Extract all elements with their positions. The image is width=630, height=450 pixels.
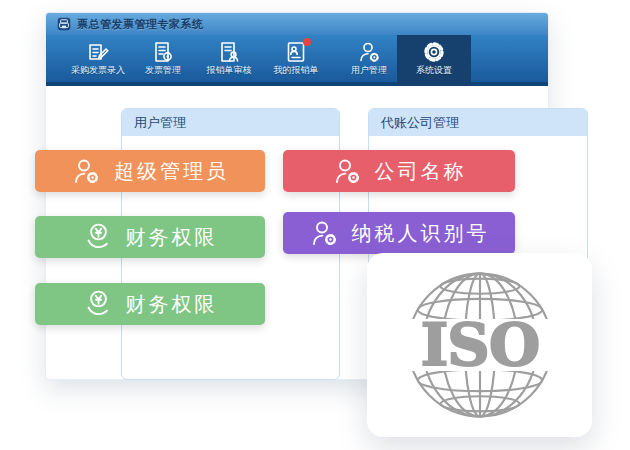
- hand-coin-icon: [83, 289, 113, 319]
- panel-title: 用户管理: [122, 109, 339, 136]
- toolbar-item-my-expense-reports[interactable]: 我的报销单: [259, 35, 333, 86]
- button-label: 财务权限: [126, 291, 218, 318]
- panel-title: 代账公司管理: [369, 109, 587, 136]
- main-toolbar: 采购发票录入 发票管理 报销单审核: [46, 35, 548, 86]
- toolbar-item-label: 发票管理: [126, 65, 200, 75]
- window-title: 票总管发票管理专家系统: [77, 17, 204, 32]
- hand-coin-icon: [83, 222, 113, 252]
- button-label: 财务权限: [126, 224, 218, 251]
- toolbar-item-label: 系统设置: [397, 65, 471, 75]
- iso-logo-text: ISO: [420, 310, 539, 379]
- role-finance-permission-button[interactable]: 财务权限: [35, 216, 265, 258]
- toolbar-item-label: 我的报销单: [259, 65, 333, 75]
- window-titlebar: 票总管发票管理专家系统: [46, 13, 548, 35]
- toolbar-item-expense-review[interactable]: 报销单审核: [192, 35, 266, 86]
- toolbar-item-invoice-management[interactable]: 发票管理: [126, 35, 200, 86]
- notification-badge: [303, 38, 311, 46]
- role-super-admin-button[interactable]: 超级管理员: [35, 150, 265, 192]
- user-gear-icon: [332, 156, 362, 186]
- field-company-name-button[interactable]: 公司名称: [283, 150, 515, 192]
- iso-certification-card: ISO: [367, 253, 592, 437]
- button-label: 纳税人识别号: [352, 220, 490, 247]
- toolbar-item-label: 用户管理: [332, 65, 406, 75]
- user-gear-icon: [71, 156, 101, 186]
- document-user-icon: [217, 40, 241, 64]
- button-label: 公司名称: [375, 158, 467, 185]
- page: 票总管发票管理专家系统 采购发票录入: [0, 0, 630, 450]
- toolbar-item-label: 采购发票录入: [61, 65, 135, 75]
- user-gear-icon: [357, 40, 381, 64]
- gear-icon: [422, 40, 446, 64]
- toolbar-item-purchase-invoice-entry[interactable]: 采购发票录入: [61, 35, 135, 86]
- toolbar-item-system-settings[interactable]: 系统设置: [397, 35, 471, 86]
- button-label: 超级管理员: [114, 158, 229, 185]
- document-edit-icon: [86, 40, 110, 64]
- iso-globe-logo: ISO: [396, 261, 564, 429]
- field-taxpayer-id-button[interactable]: 纳税人识别号: [283, 212, 515, 254]
- app-logo-icon: [57, 17, 71, 31]
- id-card-icon: [284, 40, 308, 64]
- toolbar-item-user-management[interactable]: 用户管理: [332, 35, 406, 86]
- user-gear-icon: [309, 218, 339, 248]
- role-finance-permission-button[interactable]: 财务权限: [35, 283, 265, 325]
- document-badge-icon: [151, 40, 175, 64]
- toolbar-item-label: 报销单审核: [192, 65, 266, 75]
